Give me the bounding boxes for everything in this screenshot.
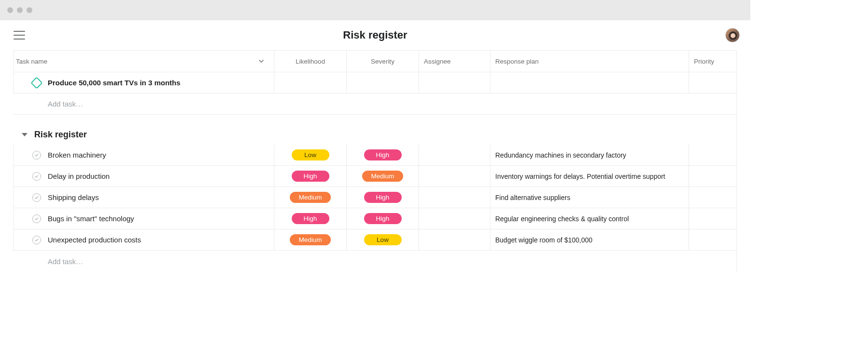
- task-grid: Task name Likelihood Severity Assignee R…: [14, 50, 737, 272]
- section-collapse-icon[interactable]: [22, 133, 27, 136]
- severity-pill: High: [364, 149, 402, 160]
- add-task-label[interactable]: Add task…: [14, 93, 274, 114]
- complete-check-icon[interactable]: [32, 172, 41, 181]
- goal-icon: [30, 77, 42, 89]
- chevron-down-icon[interactable]: [258, 58, 264, 64]
- assignee-cell[interactable]: [419, 208, 490, 229]
- assignee-cell[interactable]: [419, 187, 490, 208]
- likelihood-cell[interactable]: Medium: [274, 229, 346, 250]
- column-header-row: Task name Likelihood Severity Assignee R…: [14, 51, 736, 72]
- window-zoom-button[interactable]: [27, 7, 32, 13]
- column-header-task[interactable]: Task name: [14, 51, 274, 72]
- severity-cell[interactable]: High: [346, 145, 419, 165]
- assignee-cell[interactable]: [419, 166, 490, 187]
- severity-cell[interactable]: High: [346, 208, 419, 229]
- severity-pill: High: [364, 192, 402, 203]
- severity-cell[interactable]: Medium: [346, 166, 419, 187]
- complete-check-icon[interactable]: [32, 193, 41, 202]
- likelihood-cell[interactable]: High: [274, 208, 346, 229]
- window-titlebar: [0, 0, 750, 20]
- assignee-cell[interactable]: [419, 145, 490, 165]
- add-task-row[interactable]: Add task…: [14, 251, 736, 272]
- response-cell[interactable]: Redundancy machines in secondary factory: [490, 145, 689, 165]
- likelihood-cell[interactable]: High: [274, 166, 346, 187]
- likelihood-pill: Medium: [290, 234, 330, 245]
- response-cell[interactable]: Find alternative suppliers: [490, 187, 689, 208]
- severity-pill: Low: [364, 234, 402, 245]
- response-cell[interactable]: Budget wiggle room of $100,000: [490, 229, 689, 250]
- assignee-cell[interactable]: [419, 229, 490, 250]
- complete-check-icon[interactable]: [32, 151, 41, 160]
- task-name: Unexpected production costs: [48, 236, 141, 244]
- add-task-row[interactable]: Add task…: [14, 93, 736, 115]
- priority-cell[interactable]: [689, 145, 736, 165]
- goal-name: Produce 50,000 smart TVs in 3 months: [48, 79, 180, 87]
- column-header-response[interactable]: Response plan: [490, 51, 689, 72]
- page-title: Risk register: [343, 29, 407, 41]
- column-header-likelihood[interactable]: Likelihood: [274, 51, 346, 72]
- task-row[interactable]: Unexpected production costsMediumLowBudg…: [14, 229, 736, 251]
- task-row[interactable]: Broken machineryLowHighRedundancy machin…: [14, 145, 736, 166]
- task-name: Shipping delays: [48, 193, 99, 201]
- column-header-assignee[interactable]: Assignee: [419, 51, 490, 72]
- window-close-button[interactable]: [7, 7, 13, 13]
- response-cell[interactable]: Regular engineering checks & quality con…: [490, 208, 689, 229]
- window-minimize-button[interactable]: [17, 7, 23, 13]
- severity-pill: High: [364, 213, 402, 224]
- likelihood-cell[interactable]: Medium: [274, 187, 346, 208]
- avatar[interactable]: [725, 28, 740, 42]
- severity-pill: Medium: [362, 171, 403, 182]
- column-header-priority[interactable]: Priority: [689, 51, 736, 72]
- goal-row[interactable]: Produce 50,000 smart TVs in 3 months: [14, 72, 736, 93]
- likelihood-pill: High: [292, 213, 329, 224]
- likelihood-pill: Medium: [290, 192, 330, 203]
- task-name: Broken machinery: [48, 151, 106, 159]
- priority-cell[interactable]: [689, 208, 736, 229]
- task-row[interactable]: Delay in productionHighMediumInventory w…: [14, 166, 736, 187]
- section-header[interactable]: Risk register: [14, 115, 736, 145]
- section-title: Risk register: [34, 130, 87, 140]
- top-bar: Risk register: [0, 20, 750, 50]
- likelihood-pill: High: [292, 171, 329, 182]
- severity-cell[interactable]: Low: [346, 229, 419, 250]
- priority-cell[interactable]: [689, 229, 736, 250]
- priority-cell[interactable]: [689, 187, 736, 208]
- menu-button[interactable]: [14, 31, 25, 40]
- severity-cell[interactable]: High: [346, 187, 419, 208]
- complete-check-icon[interactable]: [32, 236, 41, 244]
- complete-check-icon[interactable]: [32, 214, 41, 223]
- response-cell[interactable]: Inventory warnings for delays. Potential…: [490, 166, 689, 187]
- column-header-severity[interactable]: Severity: [346, 51, 419, 72]
- add-task-label[interactable]: Add task…: [14, 251, 274, 272]
- priority-cell[interactable]: [689, 166, 736, 187]
- likelihood-pill: Low: [292, 149, 329, 160]
- task-name: Delay in production: [48, 172, 109, 180]
- task-row[interactable]: Bugs in "smart" technologyHighHighRegula…: [14, 208, 736, 229]
- task-row[interactable]: Shipping delaysMediumHighFind alternativ…: [14, 187, 736, 208]
- task-name: Bugs in "smart" technology: [48, 214, 134, 223]
- likelihood-cell[interactable]: Low: [274, 145, 346, 165]
